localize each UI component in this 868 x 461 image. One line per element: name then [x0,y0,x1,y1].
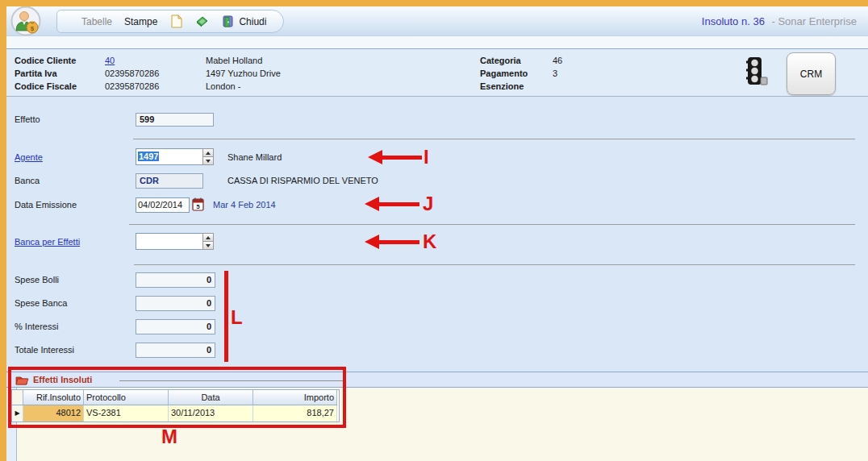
perc-interessi-field[interactable]: 0 [136,319,215,334]
menu-chiudi[interactable]: Chiudi [221,15,266,28]
partita-iva-label: Partita Iva [15,67,77,80]
banca-per-effetti-spin-up-button[interactable] [202,233,214,242]
banca-label: Banca [15,176,40,185]
client-street: 1497 Yuzhou Drive [206,67,281,80]
toolbar-substrip [6,36,868,49]
menu-chiudi-label: Chiudi [239,16,266,27]
separator [129,224,855,225]
data-emissione-label: Data Emissione [15,200,77,210]
annotation-arrow-k-shaft [379,240,419,244]
banca-per-effetti-spinner [202,233,214,250]
client-attr-labels: Categoria Pagamento Esenzione [480,54,528,93]
red-folder-icon [15,374,29,386]
totale-interessi-label: Totale Interessi [15,345,74,355]
window-frame-left [0,6,6,461]
annotation-arrow-i-head [368,150,382,164]
categoria-label: Categoria [480,54,528,67]
spese-banca-label: Spese Banca [15,298,67,308]
pagamento-label: Pagamento [480,67,528,80]
header-rif-insoluto[interactable]: Rif.Insoluto [23,390,84,405]
client-attr-values: 46 3 [553,54,562,93]
window: $ Tabelle Stampe [0,0,868,461]
perc-interessi-label: % Interessi [15,322,58,331]
effetti-insoluti-table: Rif.Insoluto Protocollo Data Importo ▶ 4… [11,389,340,422]
banca-field[interactable]: CDR [136,173,203,189]
menu-tabelle[interactable]: Tabelle [81,16,112,27]
agente-input[interactable]: 1497 [136,148,203,165]
pagamento-value: 3 [553,67,562,80]
annotation-letter-k: K [423,232,436,251]
annotation-arrow-i-shaft [382,156,422,160]
app-title: - Sonar Enterprise [772,15,858,27]
client-name: Mabel Holland [206,54,281,67]
separator [134,264,855,265]
window-title: Insoluto n. 36 - Sonar Enterprise [702,15,857,27]
effetti-insoluti-title: Effetti Insoluti [33,375,92,384]
header-importo[interactable]: Importo [253,390,337,405]
codice-fiscale-value: 02395870286 [105,80,159,93]
annotation-letter-j: J [423,194,433,214]
spese-bolli-field[interactable]: 0 [136,272,215,288]
traffic-light-icon[interactable] [743,56,770,89]
totale-interessi-field[interactable]: 0 [136,343,215,358]
effetti-insoluti-band: Effetti Insoluti [6,372,868,388]
toolbar-menu: Tabelle Stampe [56,10,284,33]
cell-importo[interactable]: 818,27 [253,405,337,422]
form-area: Effetto 599 Agente 1497 Shane Millard Ba… [6,97,868,372]
cell-rif-insoluto[interactable]: 48012 [23,405,84,422]
banca-name: CASSA DI RISPARMIO DEL VENETO [227,176,378,185]
cell-data[interactable]: 30/11/2013 [169,405,253,422]
annotation-letter-i: I [424,147,429,167]
annotation-letter-l: L [231,308,243,327]
app-menu-avatar-icon[interactable]: $ [8,6,45,36]
client-address: Mabel Holland 1497 Yuzhou Drive London - [206,54,281,93]
banca-per-effetti-spin-down-button[interactable] [202,242,214,250]
toolbar: $ Tabelle Stampe [6,6,868,36]
agente-link[interactable]: Agente [15,152,43,162]
client-field-values: 40 02395870286 02395870286 [105,54,159,93]
svg-text:$: $ [31,25,35,32]
effetto-field[interactable]: 599 [136,113,214,127]
partita-iva-value: 02395870286 [105,67,159,80]
exit-door-icon [221,15,235,28]
window-frame-top [0,0,868,6]
header-data[interactable]: Data [169,390,253,405]
band-line [119,380,344,381]
annotation-arrow-j-shaft [379,202,419,206]
annotation-letter-m: M [161,427,177,446]
spese-banca-field[interactable]: 0 [136,296,215,311]
agente-spinner [202,148,214,165]
banca-per-effetti-link[interactable]: Banca per Effetti [15,237,80,247]
annotation-arrow-k-head [365,235,379,249]
banca-per-effetti-input[interactable] [136,233,203,250]
esenzione-label: Esenzione [480,80,528,93]
row-selector[interactable]: ▶ [12,405,23,422]
agente-spin-up-button[interactable] [202,148,214,157]
agente-spin-down-button[interactable] [202,157,214,165]
annotation-arrow-j-head [365,197,379,211]
table-header-row: Rif.Insoluto Protocollo Data Importo [12,390,339,405]
spese-bolli-label: Spese Bolli [15,275,59,284]
codice-fiscale-label: Codice Fiscale [15,80,77,93]
client-panel: Codice Cliente Partita Iva Codice Fiscal… [6,49,868,97]
document-title: Insoluto n. 36 [702,15,765,27]
client-field-labels: Codice Cliente Partita Iva Codice Fiscal… [15,54,77,93]
codice-cliente-link[interactable]: 40 [105,56,115,65]
calendar-icon[interactable]: 5 [192,197,204,212]
header-protocollo[interactable]: Protocollo [84,390,169,405]
crm-button[interactable]: CRM [787,52,836,95]
annotation-line-l [224,271,228,362]
codice-cliente-label: Codice Cliente [15,54,77,67]
agente-selected-text: 1497 [138,152,159,161]
cell-protocollo[interactable]: VS-2381 [84,405,169,422]
data-emissione-display: Mar 4 Feb 2014 [213,200,276,210]
table-row[interactable]: ▶ 48012 VS-2381 30/11/2013 818,27 [12,405,339,422]
categoria-value: 46 [553,54,562,67]
esenzione-value [553,80,562,93]
data-emissione-input[interactable]: 04/02/2014 [136,197,190,213]
menu-stampe[interactable]: Stampe [124,16,157,27]
catalog-book-icon[interactable] [195,15,209,28]
svg-text:5: 5 [196,203,199,210]
client-city: London - [206,80,281,93]
new-document-icon[interactable] [169,15,183,28]
